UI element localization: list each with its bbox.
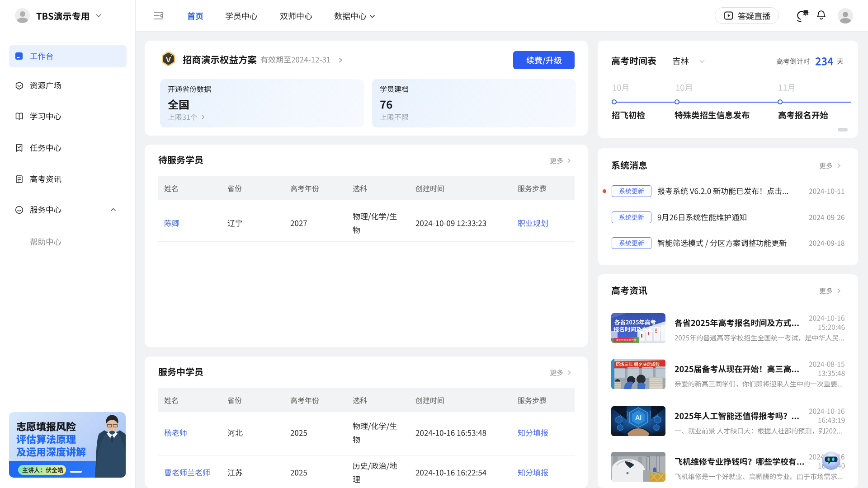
svg-text:V: V <box>166 56 171 64</box>
svg-text:AI: AI <box>635 414 642 421</box>
